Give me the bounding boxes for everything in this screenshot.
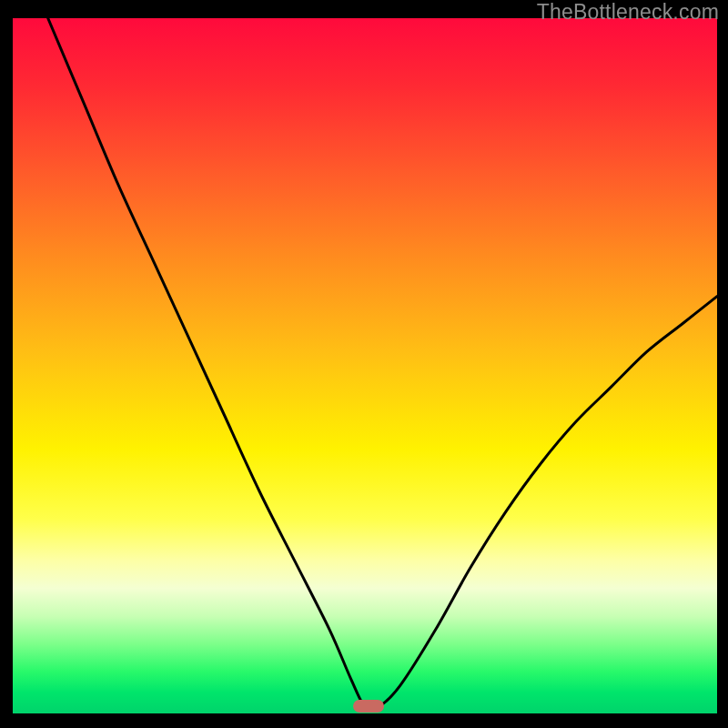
chart-stage: TheBottleneck.com <box>0 0 728 728</box>
optimal-marker <box>353 700 384 713</box>
bottleneck-curve <box>13 18 717 713</box>
watermark-text: TheBottleneck.com <box>537 0 719 25</box>
plot-area <box>13 18 717 713</box>
